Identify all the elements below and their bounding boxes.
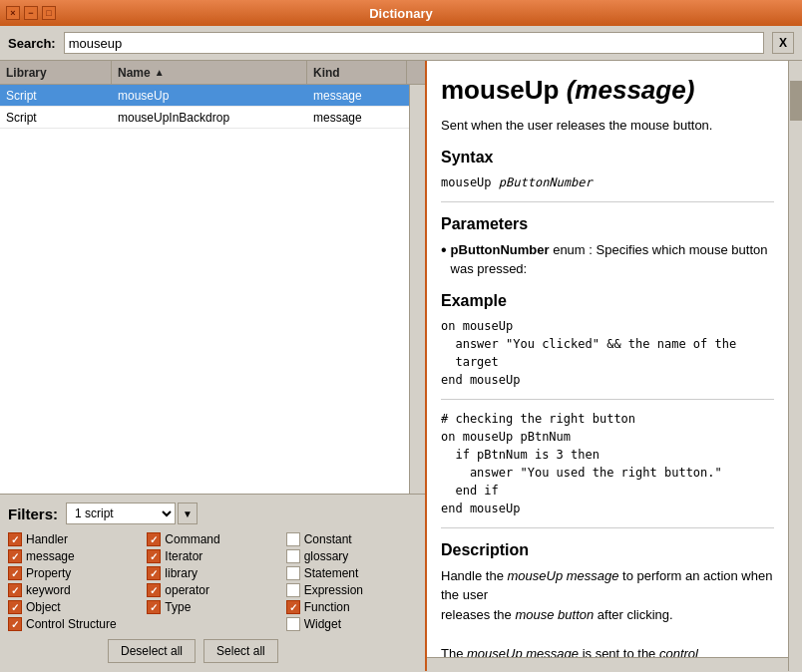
table-row[interactable]: Script mouseUp message (0, 85, 425, 107)
cell-name: mouseUp (112, 89, 307, 103)
filter-dropdown-arrow-icon[interactable]: ▼ (178, 503, 198, 524)
filter-handler-checkbox[interactable] (8, 532, 22, 546)
filter-property-checkbox[interactable] (8, 566, 22, 580)
doc-content[interactable]: mouseUp (message) Sent when the user rel… (427, 61, 802, 657)
syntax-title: Syntax (441, 146, 774, 169)
bullet-icon: • (441, 242, 447, 279)
filter-message-label: message (26, 549, 75, 563)
search-bar: Search: X (0, 26, 802, 61)
filter-glossary-checkbox[interactable] (286, 549, 300, 563)
filter-library-label: library (165, 566, 198, 580)
filter-constant-checkbox[interactable] (286, 532, 300, 546)
filters-title: Filters: (8, 505, 58, 522)
filter-expression-checkbox[interactable] (286, 583, 300, 597)
col-name[interactable]: Name ▲ (112, 61, 307, 84)
filter-operator-label: operator (165, 583, 209, 597)
filter-object-label: Object (26, 600, 61, 614)
filter-dropdown: 1 script ▼ (66, 503, 198, 524)
filter-message-checkbox[interactable] (8, 549, 22, 563)
filter-expression-label: Expression (304, 583, 363, 597)
filter-keyword-checkbox[interactable] (8, 583, 22, 597)
filter-iterator-checkbox[interactable] (147, 549, 161, 563)
right-panel: mouseUp (message) Sent when the user rel… (427, 61, 802, 671)
filter-statement[interactable]: Statement (286, 566, 417, 580)
filter-select[interactable]: 1 script (66, 503, 176, 524)
filter-iterator-label: Iterator (165, 549, 202, 563)
clear-button[interactable]: X (772, 32, 794, 54)
filter-library-checkbox[interactable] (147, 566, 161, 580)
col-library[interactable]: Library (0, 61, 112, 84)
example-code-2: # checking the right button on mouseUp p… (441, 410, 774, 517)
filter-widget-checkbox[interactable] (286, 617, 300, 631)
left-panel: Library Name ▲ Kind Script mouseUp messa… (0, 61, 427, 671)
parameters-title: Parameters (441, 212, 774, 236)
description-text-1: Handle the mouseUp message to perform an… (441, 566, 774, 605)
filter-glossary-label: glossary (304, 549, 349, 563)
select-all-button[interactable]: Select all (203, 639, 278, 663)
filter-function-checkbox[interactable] (286, 600, 300, 614)
filter-operator[interactable]: operator (147, 583, 277, 597)
filter-iterator[interactable]: Iterator (147, 549, 277, 563)
filter-statement-checkbox[interactable] (286, 566, 300, 580)
filter-empty (147, 617, 277, 631)
title-bar: × − □ Dictionary (0, 0, 802, 26)
close-button[interactable]: × (6, 6, 20, 20)
filter-command-checkbox[interactable] (147, 532, 161, 546)
table-row[interactable]: Script mouseUpInBackdrop message (0, 107, 425, 129)
param-text: pButtonNumber enum : Specifies which mou… (451, 240, 774, 279)
filter-type[interactable]: Type (147, 600, 277, 614)
maximize-button[interactable]: □ (42, 6, 56, 20)
filter-function[interactable]: Function (286, 600, 417, 614)
doc-description: Sent when the user releases the mouse bu… (441, 116, 774, 136)
filter-object-checkbox[interactable] (8, 600, 22, 614)
filter-object[interactable]: Object (8, 600, 139, 614)
search-input[interactable] (64, 32, 764, 54)
filter-handler[interactable]: Handler (8, 532, 139, 546)
bottom-scrollbar[interactable] (427, 657, 802, 671)
divider-1 (441, 201, 774, 202)
bottom-buttons: Deselect all Select all (8, 639, 417, 663)
filter-statement-label: Statement (304, 566, 359, 580)
filters-title-row: Filters: 1 script ▼ (8, 503, 417, 524)
filter-widget-label: Widget (304, 617, 341, 631)
filter-widget[interactable]: Widget (286, 617, 417, 631)
cell-library: Script (0, 111, 112, 125)
filter-function-label: Function (304, 600, 350, 614)
description-title: Description (441, 538, 774, 562)
deselect-all-button[interactable]: Deselect all (108, 639, 196, 663)
cell-kind: message (307, 111, 407, 125)
table-scrollbar[interactable] (409, 85, 425, 494)
filter-constant[interactable]: Constant (286, 532, 417, 546)
right-scrollbar[interactable] (788, 61, 802, 671)
minimize-button[interactable]: − (24, 6, 38, 20)
cell-library: Script (0, 89, 112, 103)
example-title: Example (441, 289, 774, 313)
doc-title: mouseUp (message) (441, 71, 774, 110)
filter-control-structure-checkbox[interactable] (8, 617, 22, 631)
filter-message[interactable]: message (8, 549, 139, 563)
filter-library[interactable]: library (147, 566, 277, 580)
cell-name: mouseUpInBackdrop (112, 111, 307, 125)
filter-type-checkbox[interactable] (147, 600, 161, 614)
filter-operator-checkbox[interactable] (147, 583, 161, 597)
filter-type-label: Type (165, 600, 191, 614)
filter-control-structure[interactable]: Control Structure (8, 617, 139, 631)
scroll-thumb[interactable] (790, 81, 802, 121)
cell-kind: message (307, 89, 407, 103)
filter-keyword[interactable]: keyword (8, 583, 139, 597)
filter-control-structure-label: Control Structure (26, 617, 117, 631)
filter-property[interactable]: Property (8, 566, 139, 580)
description-text-3: The mouseUp message is sent to the contr… (441, 644, 774, 658)
window-title: Dictionary (369, 6, 433, 21)
example-code-1: on mouseUp answer "You clicked" && the n… (441, 317, 774, 389)
table-area: Library Name ▲ Kind Script mouseUp messa… (0, 61, 425, 494)
divider-3 (441, 527, 774, 528)
divider-2 (441, 399, 774, 400)
col-kind[interactable]: Kind (307, 61, 407, 84)
filter-handler-label: Handler (26, 532, 68, 546)
filter-expression[interactable]: Expression (286, 583, 417, 597)
search-label: Search: (8, 36, 56, 51)
filter-command[interactable]: Command (147, 532, 277, 546)
filter-glossary[interactable]: glossary (286, 549, 417, 563)
param-row: • pButtonNumber enum : Specifies which m… (441, 240, 774, 279)
